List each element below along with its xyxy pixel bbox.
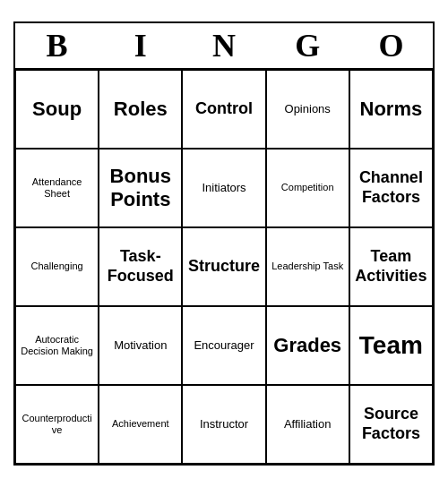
- bingo-header: BINGO: [15, 23, 433, 70]
- bingo-cell: Grades: [266, 306, 349, 385]
- bingo-cell: Instructor: [182, 385, 265, 464]
- header-letter: O: [349, 23, 433, 68]
- bingo-cell: Norms: [349, 70, 433, 149]
- header-letter: B: [15, 23, 99, 68]
- bingo-cell: Autocratic Decision Making: [15, 306, 99, 385]
- bingo-cell: Team: [349, 306, 433, 385]
- bingo-cell: Encourager: [182, 306, 265, 385]
- bingo-cell: Roles: [99, 70, 182, 149]
- bingo-cell: Motivation: [99, 306, 182, 385]
- bingo-cell: Channel Factors: [349, 149, 433, 227]
- bingo-cell: Team Activities: [349, 227, 433, 306]
- bingo-cell: Opinions: [266, 70, 349, 149]
- bingo-cell: Competition: [266, 149, 349, 227]
- bingo-cell: Leadership Task: [266, 227, 349, 306]
- bingo-grid: SoupRolesControlOpinionsNormsAttendance …: [15, 70, 433, 464]
- bingo-cell: Initiators: [182, 149, 265, 227]
- bingo-cell: Counterproductive: [15, 385, 99, 464]
- bingo-card: BINGO SoupRolesControlOpinionsNormsAtten…: [13, 21, 435, 466]
- header-letter: I: [99, 23, 182, 68]
- bingo-cell: Attendance Sheet: [15, 149, 99, 227]
- bingo-cell: Source Factors: [349, 385, 433, 464]
- header-letter: N: [182, 23, 265, 68]
- header-letter: G: [266, 23, 349, 68]
- bingo-cell: Soup: [15, 70, 99, 149]
- bingo-cell: Control: [182, 70, 265, 149]
- bingo-cell: Challenging: [15, 227, 99, 306]
- bingo-cell: Achievement: [99, 385, 182, 464]
- bingo-cell: Affiliation: [266, 385, 349, 464]
- bingo-cell: Task-Focused: [99, 227, 182, 306]
- bingo-cell: Structure: [182, 227, 265, 306]
- bingo-cell: Bonus Points: [99, 149, 182, 227]
